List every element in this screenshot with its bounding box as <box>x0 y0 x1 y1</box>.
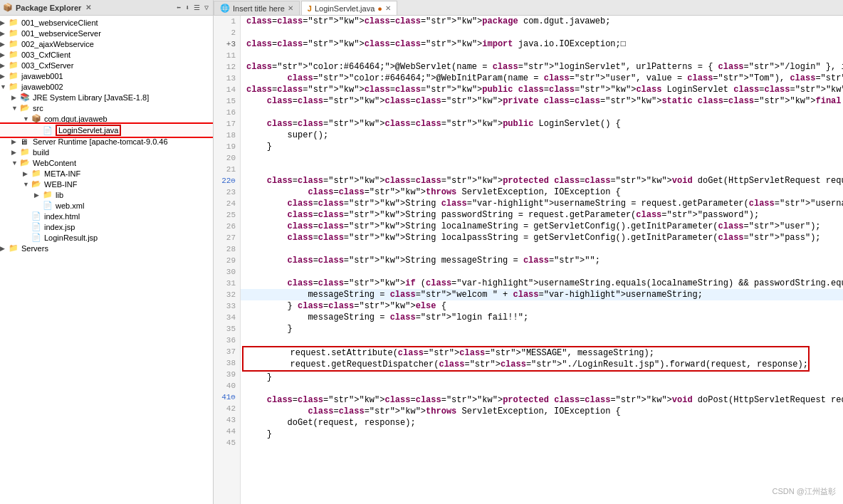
line-num-17: 17 <box>214 118 240 130</box>
code-line-45 <box>241 440 843 451</box>
code-line-36 <box>241 335 843 346</box>
tree-label: build <box>33 148 49 157</box>
tab-login-servlet[interactable]: JLoginServlet.java●✕ <box>301 1 397 15</box>
line-num-25: 25 <box>214 209 240 221</box>
code-line-30 <box>241 266 843 278</box>
tree-item-jre[interactable]: ▶📚JRE System Library [JavaSE-1.8] <box>0 92 213 103</box>
tree-item-index.html[interactable]: 📄index.html <box>0 211 213 221</box>
tree-item-javaweb001[interactable]: ▶📁javaweb001 <box>0 70 213 81</box>
tree-node-icon: 📂 <box>20 158 31 167</box>
tree-item-WebContent[interactable]: ▼📂WebContent <box>0 157 213 168</box>
tree-item-META-INF[interactable]: ▶📁META-INF <box>0 168 213 179</box>
sidebar: 📦 Package Explorer ✕ ⬅ ⬇ ☰ ▽ ▶📁001_webse… <box>0 0 214 504</box>
sidebar-header: 📦 Package Explorer ✕ ⬅ ⬇ ☰ ▽ <box>0 0 213 16</box>
tree-label: web.xml <box>56 201 84 210</box>
line-num-30: 30 <box>214 266 240 278</box>
code-line-29: class=class="str">"kw">String messageStr… <box>241 255 843 266</box>
line-num-20: 20 <box>214 152 240 164</box>
tree-label: Server Runtime [apache-tomcat-9.0.46 <box>33 137 168 146</box>
code-line-20 <box>241 152 843 164</box>
line-num-15: 15 <box>214 95 240 107</box>
collapse-all-icon[interactable]: ⬅ <box>175 3 182 13</box>
code-line-43: doGet(request, response); <box>241 417 843 429</box>
tree-item-LoginServlet[interactable]: 📄LoginServlet.java <box>0 124 213 137</box>
tree-arrow: ▶ <box>34 191 43 199</box>
tree-item-src[interactable]: ▼📂src <box>0 103 213 113</box>
menu-icon[interactable]: ☰ <box>192 3 201 13</box>
tree-arrow: ▶ <box>0 73 9 80</box>
tree-arrow: ▶ <box>0 62 9 69</box>
tree-label: WEB-INF <box>44 180 77 189</box>
code-line-11 <box>241 50 843 61</box>
tree-item-lib[interactable]: ▶📁lib <box>0 189 213 200</box>
code-line-24: class=class="str">"kw">String class="var… <box>241 198 843 209</box>
tree-arrow: ▼ <box>11 105 20 112</box>
tree-arrow: ▶ <box>11 94 20 101</box>
editor-area: 🌐Insert title here✕JLoginServlet.java●✕ … <box>214 0 843 504</box>
code-line-40 <box>241 383 843 394</box>
line-num-38: 38 <box>214 357 240 369</box>
line-num-39: 39 <box>214 369 240 380</box>
tab-insert-title[interactable]: 🌐Insert title here✕ <box>214 1 300 15</box>
tree-item-cxfServer[interactable]: ▶📁003_CxfServer <box>0 60 213 70</box>
tree-label: 001_webserviceClient <box>21 19 98 27</box>
code-line-19: } <box>241 141 843 152</box>
red-box-highlight: request.setAttribute(class="str">class="… <box>242 346 810 372</box>
tree-node-icon: 📄 <box>43 126 54 135</box>
package-explorer-close[interactable]: ✕ <box>85 4 91 11</box>
line-num-3: +3 <box>214 38 240 50</box>
tree-item-build[interactable]: ▶📁build <box>0 147 213 157</box>
code-line-18: super(); <box>241 130 843 141</box>
tree-arrow: ▶ <box>11 149 20 156</box>
line-num-26: 26 <box>214 221 240 232</box>
code-line-23: class=class="str">"kw">throws ServletExc… <box>241 187 843 198</box>
line-num-37: 37 <box>214 346 240 357</box>
tab-close-button[interactable]: ✕ <box>288 4 293 12</box>
tree-label: index.html <box>44 212 80 221</box>
tree-label: JRE System Library [JavaSE-1.8] <box>33 93 149 102</box>
tab-label: LoginServlet.java <box>315 4 375 13</box>
tree-item-com.dgut.javaweb[interactable]: ▼📦com.dgut.javaweb <box>0 113 213 124</box>
tree-arrow: ▶ <box>0 30 9 37</box>
tree-label: 001_webserviceServer <box>21 29 101 38</box>
tree-label: javaweb001 <box>21 72 63 80</box>
tab-java-icon: J <box>308 4 312 13</box>
line-num-16: 16 <box>214 107 240 118</box>
code-line-32: messageString = class="str">"welcom " + … <box>241 289 843 300</box>
tab-close-button[interactable]: ✕ <box>385 4 391 12</box>
tab-modified-dot: ● <box>377 4 382 13</box>
package-explorer-title: 📦 Package Explorer ✕ <box>3 3 91 12</box>
line-num-31: 31 <box>214 278 240 289</box>
tree-label: com.dgut.javaweb <box>44 115 108 123</box>
tree-item-javaweb002[interactable]: ▼📁javaweb002 <box>0 81 213 92</box>
line-num-2: 2 <box>214 27 240 38</box>
link-editor-icon[interactable]: ⬇ <box>184 3 191 13</box>
code-line-31: class=class="str">"kw">if (class="var-hi… <box>241 278 843 289</box>
tree-item-serverRuntime[interactable]: ▶🖥Server Runtime [apache-tomcat-9.0.46 <box>0 137 213 147</box>
tree-label: 003_CxfServer <box>21 61 73 70</box>
tree-arrow: ▼ <box>23 115 31 122</box>
view-menu-icon[interactable]: ▽ <box>203 3 210 13</box>
tree-arrow: ▶ <box>23 170 31 177</box>
tab-label: Insert title here <box>233 4 285 13</box>
code-area[interactable]: class=class="str">"kw">class=class="str"… <box>241 16 843 504</box>
line-num-13: 13 <box>214 73 240 84</box>
tree-node-icon: 📁 <box>43 190 54 199</box>
tree-item-WEB-INF[interactable]: ▼📂WEB-INF <box>0 179 213 189</box>
code-line-22: class=class="str">"kw">class=class="str"… <box>241 175 843 187</box>
tree-label: 003_CxfClient <box>21 51 70 59</box>
tree-item-ajaxWebservice[interactable]: ▶📁002_ajaxWebservice <box>0 38 213 49</box>
line-num-11: 11 <box>214 50 240 61</box>
line-num-12: 12 <box>214 61 240 73</box>
tree-arrow: ▶ <box>11 138 20 145</box>
tree-item-Servers[interactable]: ▶📁Servers <box>0 243 213 253</box>
tree-item-web.xml[interactable]: 📄web.xml <box>0 200 213 211</box>
line-num-34: 34 <box>214 312 240 323</box>
editor-content[interactable]: 12+3111213141516171819202122⊖23242526272… <box>214 16 843 504</box>
tree-item-cxfClient[interactable]: ▶📁003_CxfClient <box>0 49 213 60</box>
tree-item-LoginResult.jsp[interactable]: 📄LoginResult.jsp <box>0 232 213 243</box>
tree-item-index.jsp[interactable]: 📄index.jsp <box>0 221 213 232</box>
tree-arrow: ▼ <box>11 159 20 167</box>
tree-item-webserviceServer[interactable]: ▶📁001_webserviceServer <box>0 28 213 38</box>
tree-item-webserviceClient[interactable]: ▶📁001_webserviceClient <box>0 17 213 28</box>
